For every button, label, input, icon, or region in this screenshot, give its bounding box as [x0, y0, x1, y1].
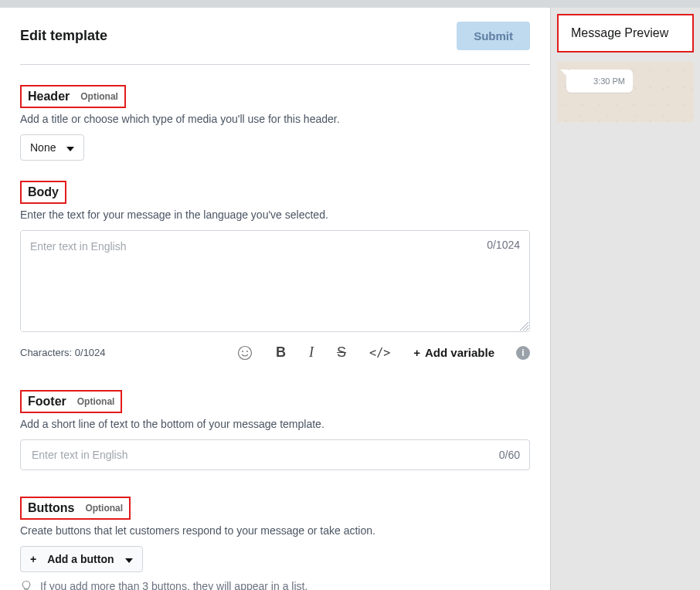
svg-point-4	[242, 351, 243, 352]
header-type-value: None	[30, 141, 56, 154]
italic-button[interactable]: I	[308, 343, 315, 362]
footer-optional-badge: Optional	[77, 396, 115, 407]
add-variable-button[interactable]: + Add variable	[412, 344, 496, 361]
svg-line-2	[526, 328, 528, 331]
section-header: Header Optional Add a title or choose wh…	[20, 85, 530, 161]
header-desc: Add a title or choose which type of medi…	[20, 113, 530, 125]
app-stage: Edit template Submit Header Optional Add…	[0, 0, 700, 590]
preview-title: Message Preview	[571, 26, 668, 40]
section-body: Body Enter the text for your message in …	[20, 181, 530, 362]
footer-desc: Add a short line of text to the bottom o…	[20, 418, 530, 430]
body-heading-highlight: Body	[20, 181, 66, 204]
svg-line-1	[523, 325, 528, 331]
add-button-label: Add a button	[47, 553, 114, 565]
footer-input-wrapper: 0/60	[20, 439, 530, 470]
chevron-down-icon	[125, 553, 133, 565]
emoji-icon[interactable]	[236, 344, 254, 362]
code-button[interactable]: </>	[368, 344, 392, 361]
buttons-desc: Create buttons that let customers respon…	[20, 524, 530, 537]
chevron-down-icon	[66, 141, 74, 154]
buttons-heading-highlight: Buttons Optional	[20, 497, 131, 520]
preview-header: Message Preview	[557, 14, 694, 53]
preview-time: 3:30 PM	[593, 76, 625, 86]
footer-input[interactable]	[30, 448, 499, 462]
resize-handle-icon[interactable]	[517, 319, 529, 331]
body-counter-label: Characters: 0/1024	[20, 347, 106, 358]
section-buttons: Buttons Optional Create buttons that let…	[20, 497, 530, 590]
submit-button[interactable]: Submit	[457, 22, 530, 50]
main-panel: Edit template Submit Header Optional Add…	[0, 8, 550, 590]
page-header: Edit template Submit	[20, 22, 530, 65]
body-desc: Enter the text for your message in the l…	[20, 209, 530, 221]
info-icon[interactable]: i	[516, 346, 530, 360]
page-title: Edit template	[20, 28, 107, 44]
section-footer: Footer Optional Add a short line of text…	[20, 390, 530, 470]
body-toolbar: Characters: 0/1024 B I S </>	[20, 343, 530, 362]
preview-message-bubble: 3:30 PM	[566, 70, 633, 93]
header-title: Header	[28, 90, 70, 103]
bulb-icon	[20, 580, 32, 590]
footer-title: Footer	[28, 395, 66, 409]
body-title: Body	[28, 185, 59, 199]
body-textarea-wrapper: 0/1024	[20, 230, 530, 332]
header-heading-highlight: Header Optional	[20, 85, 126, 108]
svg-point-5	[246, 351, 248, 352]
buttons-title: Buttons	[28, 501, 74, 515]
header-optional-badge: Optional	[80, 91, 118, 102]
svg-point-3	[239, 346, 252, 359]
buttons-hint: If you add more than 3 buttons, they wil…	[20, 580, 530, 590]
plus-icon: +	[413, 346, 420, 359]
preview-canvas: 3:30 PM	[557, 62, 694, 122]
add-button-dropdown[interactable]: + Add a button	[20, 546, 143, 572]
body-textarea[interactable]	[21, 231, 529, 331]
footer-counter: 0/60	[499, 449, 520, 461]
footer-heading-highlight: Footer Optional	[20, 390, 122, 413]
buttons-hint-text: If you add more than 3 buttons, they wil…	[40, 580, 308, 590]
preview-panel: Message Preview 3:30 PM	[550, 8, 700, 590]
bold-button[interactable]: B	[274, 343, 287, 362]
add-variable-label: Add variable	[425, 346, 494, 359]
header-type-dropdown[interactable]: None	[20, 134, 84, 161]
strike-button[interactable]: S	[335, 343, 348, 362]
buttons-optional-badge: Optional	[85, 503, 123, 514]
